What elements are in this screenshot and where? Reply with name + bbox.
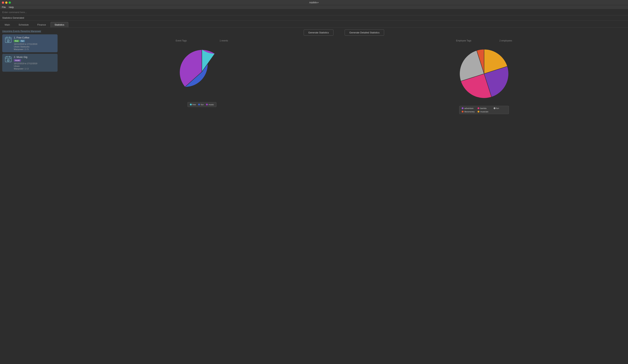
- event-title-1: 1. Free Coffee: [14, 36, 55, 39]
- legend-label-barista: barista: [480, 107, 486, 109]
- legend-emp-fun: fun: [494, 107, 506, 109]
- tag-fun: fun: [20, 40, 25, 42]
- legend-dot-free: [190, 104, 192, 106]
- event-location-1: Utown Starbucks: [14, 46, 55, 48]
- legend-fun: fun: [198, 103, 204, 106]
- left-panel: Upcoming Events Requiring Manpower 1. Fr…: [0, 28, 60, 364]
- command-input[interactable]: [2, 11, 626, 14]
- event-info-1: 1. Free Coffee free fun 16/11/2019 to 17…: [14, 36, 55, 50]
- legend-barista: barista: [477, 107, 490, 109]
- event-tags-chart: Event Tags 1 events: [174, 39, 230, 107]
- legend-dot-barista: [477, 107, 479, 109]
- employee-chart-count: 2 employees: [499, 39, 512, 42]
- tag-free: free: [14, 40, 19, 42]
- svg-point-9: [7, 59, 9, 61]
- tabs-container: Main Schedule Finance Statistics: [0, 20, 628, 28]
- status-text: Statistics Generated: [2, 16, 24, 19]
- event-date-1: 16/11/2019 to 17/11/2019: [14, 43, 55, 45]
- menu-help[interactable]: Help: [9, 6, 14, 8]
- employee-pie-chart: [454, 44, 514, 104]
- event-chart-title: Event Tags: [176, 39, 187, 42]
- generate-detailed-stats-button[interactable]: Generate Detailed Statistics: [345, 29, 384, 36]
- tab-main[interactable]: Main: [1, 22, 14, 27]
- tab-schedule[interactable]: Schedule: [14, 22, 32, 27]
- legend-dot-adventure: [462, 107, 464, 109]
- legend-dot-musician: [477, 111, 479, 113]
- app-title: AddMin+: [309, 1, 319, 4]
- generate-stats-button[interactable]: Generate Statistics: [304, 29, 334, 36]
- tag-music: music: [14, 59, 21, 61]
- legend-dot-emp-fun: [494, 107, 495, 109]
- event-chart-count: 1 events: [220, 39, 228, 42]
- status-bar: Statistics Generated: [0, 15, 628, 20]
- buttons-row: Generate Statistics Generate Detailed St…: [62, 29, 626, 36]
- employee-chart-legend: adventure barista fun likesmoney: [459, 106, 509, 114]
- right-area: Generate Statistics Generate Detailed St…: [60, 28, 628, 364]
- minimize-button[interactable]: [5, 1, 7, 4]
- event-date-2: 16/12/2019 to 17/12/2019: [14, 62, 55, 64]
- charts-area: Event Tags 1 events: [62, 39, 626, 364]
- legend-adventure: adventure: [462, 107, 474, 109]
- legend-dot-fun: [198, 104, 200, 106]
- event-chart-legend: free fun music: [187, 102, 216, 107]
- event-pie-chart: [174, 44, 230, 100]
- employee-chart-title: Employee Tags: [456, 39, 471, 42]
- legend-label-free: free: [192, 103, 196, 106]
- event-tags-2: music: [14, 59, 55, 61]
- event-title-2: 2. Music Gig: [14, 56, 55, 59]
- event-location-2: Utown: [14, 65, 55, 67]
- command-bar: [0, 9, 628, 15]
- event-card-1[interactable]: 1. Free Coffee free fun 16/11/2019 to 17…: [2, 34, 58, 52]
- legend-music: music: [206, 103, 214, 106]
- event-icon-2: [4, 56, 12, 63]
- event-card-2[interactable]: 2. Music Gig music 16/12/2019 to 17/12/2…: [2, 54, 58, 72]
- legend-label-emp-fun: fun: [496, 107, 499, 109]
- svg-point-4: [7, 40, 9, 42]
- event-manpower-1: Manpower: 2 / 5: [14, 48, 55, 50]
- legend-musician: musician: [477, 111, 490, 113]
- legend-label-likesmoney: likesmoney: [464, 111, 474, 113]
- legend-likesmoney: likesmoney: [462, 111, 474, 113]
- legend-dot-likesmoney: [462, 111, 464, 113]
- event-chart-header: Event Tags 1 events: [174, 39, 230, 42]
- legend-dot-music: [206, 104, 208, 106]
- titlebar: AddMin+: [0, 0, 628, 5]
- main-content: Upcoming Events Requiring Manpower 1. Fr…: [0, 28, 628, 364]
- close-button[interactable]: [2, 1, 4, 4]
- legend-label-fun: fun: [201, 103, 204, 106]
- tab-statistics[interactable]: Statistics: [51, 22, 68, 27]
- legend-label-adventure: adventure: [464, 107, 473, 109]
- employee-chart-header: Employee Tags 2 employees: [454, 39, 514, 42]
- legend-free: free: [190, 103, 196, 106]
- event-tags-1: free fun: [14, 40, 55, 42]
- event-icon-1: [4, 36, 12, 44]
- section-title: Upcoming Events Requiring Manpower: [2, 30, 58, 32]
- tab-finance[interactable]: Finance: [33, 22, 50, 27]
- maximize-button[interactable]: [8, 1, 11, 4]
- legend-label-music: music: [209, 103, 214, 106]
- menu-file[interactable]: File: [2, 6, 6, 8]
- menubar: File Help: [0, 5, 628, 9]
- legend-label-musician: musician: [480, 111, 488, 113]
- traffic-lights: [2, 1, 11, 4]
- event-info-2: 2. Music Gig music 16/12/2019 to 17/12/2…: [14, 56, 55, 70]
- event-manpower-2: Manpower: 1 / 2: [14, 67, 55, 70]
- employee-tags-chart: Employee Tags 2 employees: [454, 39, 514, 114]
